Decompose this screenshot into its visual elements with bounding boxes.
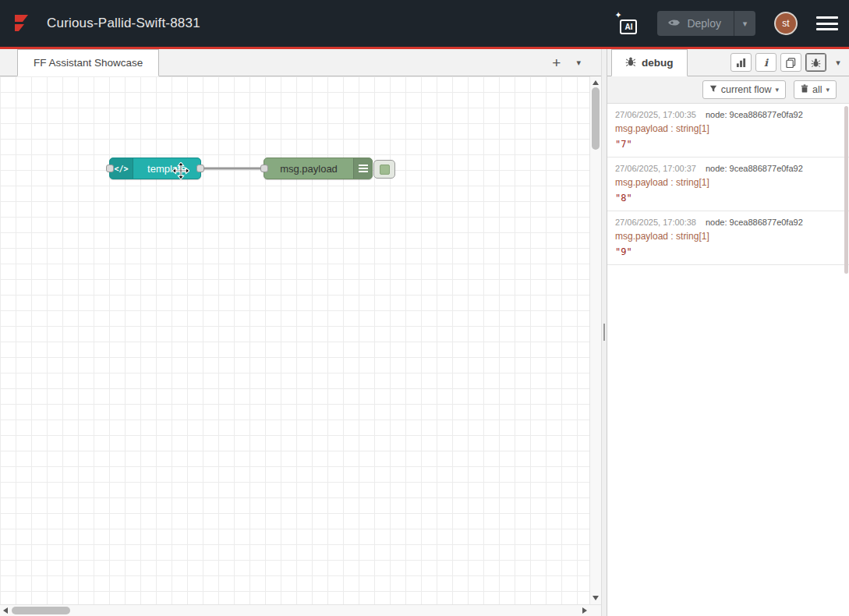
message-node-id: node: 9cea886877e0fa92 (706, 164, 803, 173)
debug-message[interactable]: 27/06/2025, 17:00:37 node: 9cea886877e0f… (607, 158, 849, 211)
workspace: FF Assistant Showcase + ▾ </> template (0, 49, 601, 616)
tab-dashboard-button[interactable] (730, 53, 752, 72)
flow-canvas[interactable]: </> template msg.payload (0, 76, 601, 604)
chevron-down-icon: ▾ (826, 86, 830, 94)
user-avatar[interactable]: st (774, 12, 798, 35)
code-glyph: </> (114, 165, 128, 173)
message-timestamp: 27/06/2025, 17:00:35 (615, 110, 696, 119)
header: Curious-Pallid-Swift-8831 ✦ AI Deploy ▾ … (0, 0, 849, 49)
ai-label: AI (620, 19, 637, 34)
sidebar-tab-buttons: i ▾ (730, 53, 846, 72)
deploy-label: Deploy (687, 17, 721, 30)
flow-tab[interactable]: FF Assistant Showcase (17, 49, 159, 76)
message-property: msg.payload : string[1] (615, 177, 841, 188)
input-port[interactable] (260, 165, 268, 172)
header-actions: ✦ AI Deploy ▾ st (614, 11, 838, 36)
tabbar-actions: + ▾ (552, 49, 581, 76)
debug-toggle-state (380, 165, 390, 175)
bug-icon (811, 58, 821, 68)
menu-bar (816, 28, 838, 30)
canvas-horizontal-scrollbar[interactable] (0, 604, 601, 616)
sidebar-tabs-menu-button[interactable]: ▾ (830, 58, 846, 68)
workspace-tabbar: FF Assistant Showcase + ▾ (0, 49, 601, 76)
funnel-icon (709, 84, 717, 95)
sidebar-tabbar: debug i (607, 49, 849, 76)
info-icon: i (764, 57, 768, 69)
rocket-icon (667, 17, 681, 30)
ai-assistant-button[interactable]: ✦ AI (614, 11, 639, 36)
deploy-group: Deploy ▾ (657, 11, 755, 36)
avatar-initials: st (782, 18, 789, 29)
debug-toggle-button[interactable] (373, 160, 395, 179)
debug-clear-button[interactable]: all ▾ (794, 80, 837, 99)
sidebar: debug i (607, 49, 849, 616)
pages-icon (786, 58, 796, 68)
input-port[interactable] (106, 165, 114, 172)
sidebar-scroll-thumb[interactable] (844, 106, 848, 274)
scroll-up-arrow[interactable] (593, 80, 599, 85)
tab-debug-button[interactable] (805, 53, 826, 72)
debug-filter-label: current flow (721, 84, 772, 95)
message-timestamp: 27/06/2025, 17:00:38 (615, 218, 696, 227)
flowfuse-logo-icon[interactable] (11, 11, 36, 36)
message-property: msg.payload : string[1] (615, 231, 841, 242)
bug-icon (625, 56, 636, 69)
message-value: "8" (615, 193, 841, 204)
sidebar-resizer[interactable] (601, 49, 607, 616)
tab-info-button[interactable]: i (755, 53, 776, 72)
flow-tab-label: FF Assistant Showcase (34, 57, 143, 69)
wire-layer (0, 76, 601, 604)
message-property: msg.payload : string[1] (615, 123, 841, 134)
deploy-options-button[interactable]: ▾ (734, 11, 755, 36)
menu-bar (816, 23, 838, 25)
message-timestamp: 27/06/2025, 17:00:37 (615, 164, 696, 173)
menu-bar (816, 16, 838, 19)
chevron-down-icon: ▾ (743, 19, 748, 28)
tab-context-button[interactable] (780, 53, 801, 72)
chevron-down-icon: ▾ (775, 86, 779, 94)
message-value: "9" (615, 246, 841, 257)
vertical-scroll-thumb[interactable] (592, 87, 600, 150)
message-node-id: node: 9cea886877e0fa92 (706, 218, 803, 227)
scroll-right-arrow[interactable] (582, 607, 587, 614)
canvas-vertical-scrollbar[interactable] (589, 76, 601, 604)
node-label: msg.payload (264, 158, 353, 179)
scroll-down-arrow[interactable] (593, 596, 599, 600)
node-label: template (133, 158, 200, 179)
debug-filterbar: current flow ▾ all ▾ (607, 76, 849, 104)
main-menu-button[interactable] (816, 15, 838, 32)
message-node-id: node: 9cea886877e0fa92 (706, 110, 803, 119)
resizer-handle-icon (603, 324, 605, 341)
debug-message[interactable]: 27/06/2025, 17:00:38 node: 9cea886877e0f… (607, 211, 849, 265)
debug-list-icon (353, 158, 372, 179)
horizontal-scroll-thumb[interactable] (12, 607, 70, 614)
sidebar-tab-label: debug (642, 57, 674, 69)
tab-debug[interactable]: debug (611, 49, 688, 76)
sparkle-icon: ✦ (614, 10, 621, 20)
bar-chart-icon (736, 58, 746, 68)
main-area: FF Assistant Showcase + ▾ </> template (0, 49, 849, 616)
trash-icon (801, 84, 808, 95)
scroll-left-arrow[interactable] (3, 607, 8, 614)
flow-list-button[interactable]: ▾ (576, 58, 581, 68)
debug-clear-label: all (812, 84, 822, 95)
debug-message-list[interactable]: 27/06/2025, 17:00:35 node: 9cea886877e0f… (607, 104, 849, 616)
deploy-button[interactable]: Deploy (657, 11, 734, 36)
output-port[interactable] (196, 165, 204, 172)
instance-title: Curious-Pallid-Swift-8831 (47, 16, 200, 31)
node-debug[interactable]: msg.payload (264, 158, 373, 179)
debug-filter-button[interactable]: current flow ▾ (702, 80, 786, 99)
message-value: "7" (615, 139, 841, 150)
add-flow-button[interactable]: + (552, 55, 561, 70)
node-template[interactable]: </> template (109, 158, 201, 179)
debug-message[interactable]: 27/06/2025, 17:00:35 node: 9cea886877e0f… (607, 104, 849, 158)
